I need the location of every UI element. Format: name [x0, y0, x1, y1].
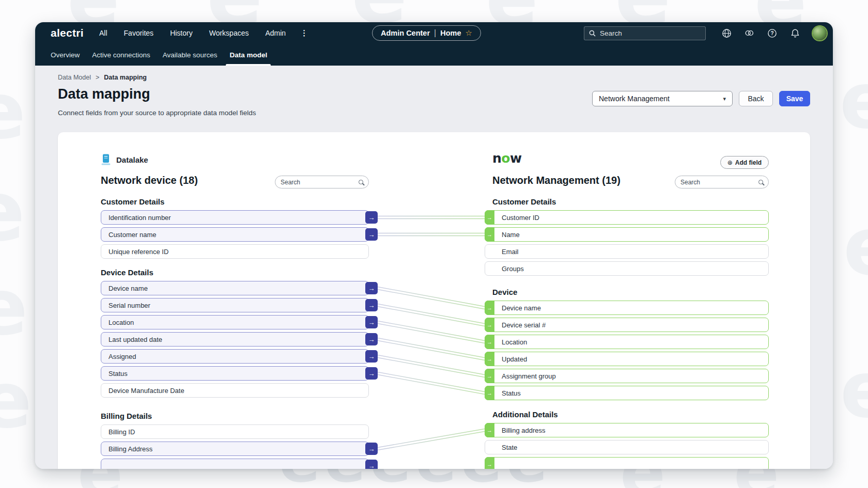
target-field-status[interactable]: → Status: [485, 386, 769, 400]
servicenow-logo: now: [492, 151, 522, 166]
source-field-partial[interactable]: →: [101, 459, 369, 469]
target-field-customer-id[interactable]: → Customer ID: [485, 210, 769, 225]
logo-letter-green: o: [501, 151, 510, 166]
user-avatar[interactable]: [813, 26, 827, 40]
target-field-partial[interactable]: →: [485, 457, 769, 469]
mapping-arrow-chip[interactable]: →: [365, 211, 378, 224]
nav-item-history[interactable]: History: [170, 29, 193, 37]
notifications-bell-icon[interactable]: [790, 28, 800, 38]
field-label: Billing Address: [109, 445, 152, 453]
field-label: Status: [109, 370, 128, 377]
source-search-input[interactable]: Search: [275, 176, 369, 188]
mapping-arrow-chip[interactable]: →: [365, 367, 378, 380]
breadcrumb: Data Model > Data mapping: [58, 74, 147, 81]
field-label: Billing address: [502, 427, 546, 434]
target-section-title: Customer Details: [492, 197, 556, 206]
breadcrumb-parent[interactable]: Data Model: [58, 74, 91, 81]
field-label: Name: [502, 231, 520, 239]
help-icon[interactable]: ?: [767, 28, 777, 38]
target-field-updated[interactable]: → Updated: [485, 352, 769, 366]
mapping-arrow-chip[interactable]: →: [485, 301, 494, 315]
favorite-star-icon[interactable]: ☆: [466, 28, 472, 38]
global-search-input[interactable]: Search: [584, 26, 706, 40]
source-field-device-name[interactable]: Device name →: [101, 281, 369, 295]
save-button[interactable]: Save: [779, 91, 810, 106]
primary-nav-items: All Favorites History Workspaces Admin: [99, 29, 286, 37]
mapping-arrow-chip[interactable]: →: [485, 210, 494, 225]
page-title: Data mapping: [58, 86, 150, 102]
target-field-assignment-group[interactable]: → Assignment group: [485, 369, 769, 383]
mapping-arrow-chip[interactable]: →: [485, 352, 494, 366]
search-icon: [758, 180, 763, 184]
nav-right-cluster: Search ?: [584, 22, 827, 44]
page-content: Data Model > Data mapping Data mapping C…: [35, 66, 833, 469]
mapping-arrow-chip[interactable]: →: [365, 333, 378, 345]
source-field-device-manufacture-date[interactable]: Device Manufacture Date: [101, 383, 369, 398]
tab-data-model[interactable]: Data model: [229, 44, 267, 66]
top-navigation-bar: alectri All Favorites History Workspaces…: [35, 22, 833, 66]
mapping-arrow-chip[interactable]: →: [485, 386, 494, 400]
more-menu-icon[interactable]: ⋮: [300, 28, 308, 38]
target-field-device-serial[interactable]: → Device serial #: [485, 318, 769, 332]
logo-letter: w: [510, 151, 522, 166]
context-pill[interactable]: Admin Center | Home ☆: [372, 25, 481, 41]
mapping-arrow-chip[interactable]: →: [365, 299, 378, 311]
target-search-input[interactable]: Search: [675, 176, 769, 188]
tab-available-sources[interactable]: Available sources: [163, 44, 218, 66]
chevron-down-icon: ▾: [723, 96, 726, 102]
app-logo[interactable]: alectri: [51, 27, 84, 39]
globe-icon[interactable]: [722, 28, 732, 38]
link-icon[interactable]: [745, 28, 754, 38]
mapping-card: Datalake Network device (18) Search Cust…: [58, 132, 810, 469]
mapping-arrow-chip[interactable]: →: [365, 460, 378, 469]
logo-letter: n: [492, 151, 501, 166]
nav-item-favorites[interactable]: Favorites: [124, 29, 154, 37]
back-button[interactable]: Back: [739, 91, 773, 106]
field-label: Last updated date: [109, 336, 162, 343]
mapping-arrow-chip[interactable]: →: [365, 228, 378, 241]
nav-item-workspaces[interactable]: Workspaces: [209, 29, 249, 37]
source-field-assigned[interactable]: Assigned →: [101, 349, 369, 364]
source-field-billing-address[interactable]: Billing Address →: [101, 442, 369, 456]
target-search-placeholder: Search: [680, 179, 700, 186]
target-field-groups[interactable]: Groups: [485, 261, 769, 276]
source-field-billing-id[interactable]: Billing ID: [101, 424, 369, 439]
mapping-arrow-chip[interactable]: →: [365, 282, 378, 294]
source-field-status[interactable]: Status →: [101, 366, 369, 381]
target-field-name[interactable]: → Name: [485, 227, 769, 242]
source-field-customer-name[interactable]: Customer name →: [101, 227, 369, 242]
source-field-location[interactable]: Location →: [101, 315, 369, 329]
tab-active-connections[interactable]: Active connections: [92, 44, 150, 66]
tab-overview[interactable]: Overview: [51, 44, 80, 66]
mapping-arrow-chip[interactable]: →: [485, 369, 494, 383]
field-label: State: [502, 444, 517, 451]
mapping-arrow-chip[interactable]: →: [485, 335, 494, 349]
source-field-serial-number[interactable]: Serial number →: [101, 298, 369, 312]
datalake-icon: [101, 154, 111, 165]
mapping-arrow-chip[interactable]: →: [365, 443, 378, 455]
target-field-device-name[interactable]: → Device name: [485, 301, 769, 315]
target-field-location[interactable]: → Location: [485, 335, 769, 349]
mapping-arrow-chip[interactable]: →: [485, 227, 494, 242]
add-field-button[interactable]: ⊕ Add field: [720, 156, 769, 169]
mapping-arrow-chip[interactable]: →: [365, 350, 378, 363]
source-field-last-updated-date[interactable]: Last updated date →: [101, 332, 369, 347]
mapping-arrow-chip[interactable]: →: [485, 457, 494, 469]
source-field-unique-reference-id[interactable]: Unique reference ID: [101, 244, 369, 259]
mapping-arrow-chip[interactable]: →: [485, 318, 494, 332]
add-icon: ⊕: [727, 159, 733, 166]
nav-item-all[interactable]: All: [99, 29, 107, 37]
source-section-title: Billing Details: [101, 412, 152, 420]
target-field-state[interactable]: State: [485, 440, 769, 454]
field-label: Customer ID: [502, 214, 539, 222]
field-label: Location: [502, 338, 527, 346]
target-field-billing-address[interactable]: → Billing address: [485, 423, 769, 437]
mapping-arrow-chip[interactable]: →: [365, 316, 378, 328]
global-search-placeholder: Search: [600, 29, 622, 37]
source-field-identification-number[interactable]: Identification number →: [101, 210, 369, 225]
breadcrumb-current: Data mapping: [104, 74, 147, 81]
target-field-email[interactable]: Email: [485, 244, 769, 259]
nav-item-admin[interactable]: Admin: [265, 29, 286, 37]
data-model-select[interactable]: Network Management ▾: [592, 91, 733, 106]
mapping-arrow-chip[interactable]: →: [485, 423, 494, 437]
